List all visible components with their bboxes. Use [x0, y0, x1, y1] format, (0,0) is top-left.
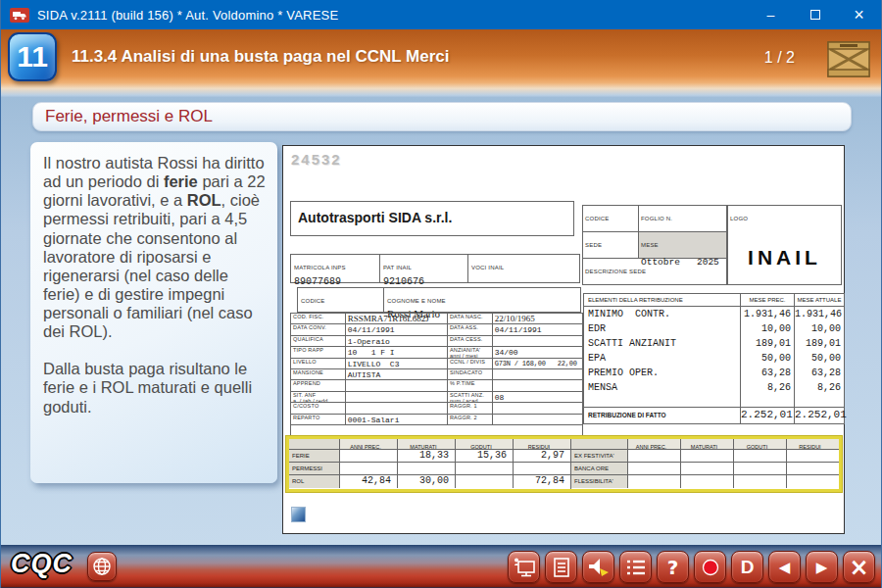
table-header: ANNI PREC. MATURATI GODUTI RESIDUI: [571, 439, 839, 450]
cell-value: 72,84: [514, 475, 570, 488]
cell-label: FERIE: [289, 450, 340, 462]
cell-label: CODICE: [585, 216, 610, 221]
screen-share-button[interactable]: [508, 551, 540, 583]
index-button[interactable]: [619, 551, 652, 583]
exit-button[interactable]: ×: [843, 551, 875, 583]
record-button[interactable]: [694, 551, 726, 583]
column-header: ELEMENTI DELLA RETRIBUZIONE: [584, 294, 741, 306]
cell-label: ANZIANITA' anni / mesi: [448, 347, 493, 357]
truck-icon: [10, 8, 29, 23]
cell-value: 34/00: [493, 347, 582, 357]
leave-balances-table: ANNI PREC. MATURATI GODUTI RESIDUI FERIE…: [286, 436, 842, 492]
document-icon: [552, 557, 571, 578]
help-button[interactable]: ?: [657, 551, 689, 583]
close-x-icon: ×: [849, 558, 868, 577]
text-page-button[interactable]: [545, 551, 577, 583]
cell-label: DATA NASC.: [448, 314, 493, 323]
letter-d-icon: D: [741, 557, 755, 578]
table-row: FERIE 18,33 15,36 2,97: [289, 450, 570, 463]
column-header: ANNI PREC.: [628, 439, 681, 449]
table-row: C/COSTORAGGR. 1: [291, 403, 582, 414]
cell-label: EDR: [584, 321, 741, 336]
table-row: SCATTI ANZIANIT189,01189,01: [584, 336, 844, 351]
column-header: RESIDUI: [514, 439, 570, 449]
cell-value: [681, 450, 734, 462]
company-box: Autotrasporti SIDA s.r.l.: [290, 201, 574, 236]
cell-value: [346, 380, 448, 390]
cell-value: 50,00: [741, 351, 795, 366]
retribuzione-table: ELEMENTI DELLA RETRIBUZIONE MESE PREC. M…: [583, 293, 845, 424]
retribuzione-total-row: RETRIBUZIONE DI FATTO 2.252,01 2.252,01: [584, 407, 844, 423]
table-row: EX FESTIVITA': [571, 450, 839, 463]
cell-value: LIVELLO C3: [346, 359, 448, 368]
cell-label: DATA CESS.: [448, 336, 493, 346]
table-row: DATA CONV.04/11/1991DATA ASS.04/11/1991: [291, 324, 582, 335]
cell-value: [514, 463, 570, 474]
cell-value: [628, 450, 681, 462]
cell-label: CCNL / DIVIS: [448, 359, 493, 368]
cell-label: MENSA: [584, 380, 741, 395]
next-button[interactable]: ▶: [806, 551, 838, 583]
cell-value: 15,36: [456, 450, 514, 462]
cell-label: COD. FISC.: [291, 314, 346, 323]
cell-value: [681, 475, 734, 488]
close-button[interactable]: ×: [837, 0, 881, 29]
dictionary-button[interactable]: D: [731, 551, 763, 583]
cell-value: 9210676: [383, 276, 465, 287]
cell-label: RAGGR. 2: [448, 415, 493, 424]
cell-value: 1.931,46: [741, 307, 795, 321]
globe-button[interactable]: [87, 552, 117, 581]
table-header: ANNI PREC. MATURATI GODUTI RESIDUI: [289, 439, 570, 450]
cqc-logo: CQC: [11, 549, 73, 579]
cell-label: TIPO RAPP: [291, 347, 346, 357]
content-area: Ferie, permessi e ROL Il nostro autista …: [1, 98, 881, 545]
cell-value: 04/11/1991: [346, 324, 448, 334]
close-icon: ×: [854, 5, 864, 25]
cell-value: [493, 403, 582, 413]
table-row: TIPO RAPP10 1 F IANZIANITA' anni / mesi3…: [291, 347, 582, 358]
cell-value: [734, 450, 787, 462]
cell-label: SCATTI ANZIANIT: [584, 336, 741, 351]
table-row: MINIMO CONTR.1.931,461.931,46: [584, 307, 844, 321]
cell-label: PAT INAIL: [383, 265, 412, 270]
table-row: FLESSIBILITA': [571, 475, 839, 488]
minimize-button[interactable]: –: [749, 0, 793, 29]
column-header: MESE PREC.: [741, 294, 795, 306]
table-row: [584, 395, 844, 407]
cell-value: 189,01: [795, 336, 844, 351]
column-header: RESIDUI: [787, 439, 839, 449]
speaker-icon: [587, 557, 611, 578]
cell-label: APPREND: [291, 380, 346, 390]
cell-value: 63,28: [741, 366, 795, 380]
cell-value: 10,00: [741, 321, 795, 336]
cell-value: [734, 475, 787, 488]
cell-label: SIT. ANF a. / tab / redd.: [291, 392, 346, 402]
column-header: MATURATI: [398, 439, 456, 449]
cell-label: MESE: [641, 242, 659, 248]
cell-label: C/COSTO: [291, 403, 346, 413]
company-name: Autotrasporti SIDA s.r.l.: [298, 210, 452, 225]
table-row: COD. FISC.RSSMRA71R16L682JDATA NASC.22/1…: [291, 314, 582, 324]
cell-value: 10,00: [795, 321, 844, 336]
cell-value: 10 1 F I: [346, 347, 448, 357]
cell-value: 189,01: [741, 336, 795, 351]
cell-label: SEDE: [585, 242, 602, 248]
cell-value: 2,97: [514, 450, 570, 462]
cell-value: 1.931,46: [795, 307, 844, 321]
prev-button[interactable]: ◀: [768, 551, 801, 583]
column-header: MATURATI: [681, 439, 734, 449]
cell-value: 8,26: [741, 380, 795, 395]
cell-label: EX FESTIVITA': [571, 450, 628, 462]
cell-label: SCATTI ANZ. num / scad.: [448, 392, 493, 402]
cell-label: [571, 439, 628, 449]
cell-value: 08: [493, 392, 582, 402]
cell-label: EPA: [584, 351, 741, 366]
cell-label: RAGGR. 1: [448, 403, 493, 413]
cell-value: [340, 463, 398, 474]
cell-value: [787, 450, 839, 462]
bottom-toolbar: CQC: [1, 545, 881, 588]
cell-value: 30,00: [398, 475, 456, 488]
maximize-button[interactable]: [793, 0, 837, 29]
cell-value: [456, 475, 514, 488]
audio-button[interactable]: [582, 551, 614, 583]
